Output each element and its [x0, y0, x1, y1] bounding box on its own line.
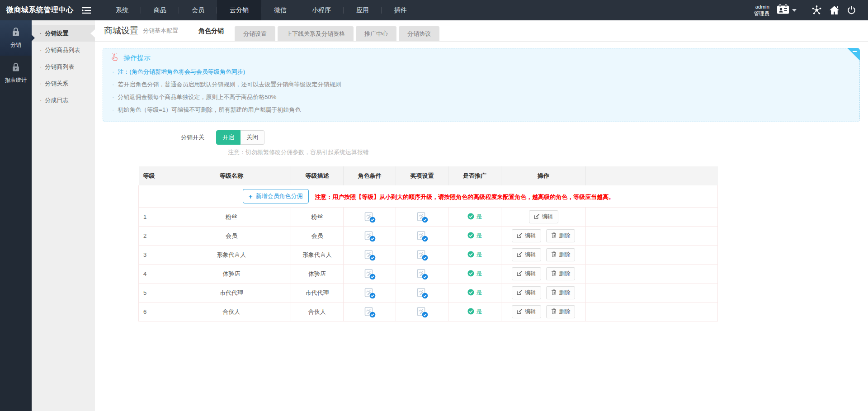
award-setting-configured-icon[interactable]: [416, 249, 428, 261]
role-condition-configured-icon[interactable]: [364, 249, 376, 261]
nav-item-system[interactable]: 系统: [103, 0, 141, 20]
app-logo: 微商城系统管理中心: [0, 0, 103, 20]
sidebar-item-distribution-settings[interactable]: 分销设置: [32, 25, 95, 42]
plus-icon: +: [249, 193, 253, 200]
chevron-down-icon: [792, 9, 797, 12]
tip-line: 分销返佣金额每个商品单独设定，原则上不高于商品价格50%: [110, 91, 840, 104]
delete-button[interactable]: 删除: [546, 248, 575, 261]
promote-cell: 是: [448, 208, 501, 227]
level-name-cell: 合伙人: [172, 302, 291, 321]
ops-cell: 编辑 删除: [501, 246, 586, 265]
delete-button[interactable]: 删除: [546, 286, 575, 299]
edit-button[interactable]: 编辑: [512, 229, 541, 242]
tab-promotion-center[interactable]: 推广中心: [356, 26, 396, 41]
nav-item-wechat[interactable]: 微信: [261, 0, 299, 20]
award-setting-configured-icon[interactable]: [416, 268, 428, 280]
network-share-icon[interactable]: [811, 5, 822, 15]
sidebar-item-distributor-list[interactable]: 分销商列表: [32, 58, 95, 75]
delete-button[interactable]: 删除: [546, 229, 575, 242]
tab-updown-relations[interactable]: 上下线关系及分销资格: [278, 26, 354, 41]
delete-button[interactable]: 删除: [546, 305, 575, 318]
level-desc-cell: 会员: [291, 227, 344, 246]
promote-cell: 是: [448, 246, 501, 265]
ops-cell: 编辑 删除: [501, 265, 586, 283]
edit-button[interactable]: 编辑: [512, 248, 541, 261]
trash-icon: [551, 251, 557, 259]
rail-item-report-stats[interactable]: 报表统计: [0, 56, 32, 91]
col-operations: 操作: [501, 166, 586, 185]
nav-item-miniprogram[interactable]: 小程序: [299, 0, 344, 20]
rail-item-label: 分销: [10, 41, 21, 49]
minus-icon: [853, 51, 857, 52]
content-header: 商城设置 分销基本配置 角色分销 分销设置 上下线关系及分销资格 推广中心 分销…: [95, 20, 868, 42]
promote-cell: 是: [448, 227, 501, 246]
power-icon[interactable]: [847, 5, 856, 15]
tab-role-distribution[interactable]: 角色分销: [190, 20, 232, 41]
award-setting-configured-icon[interactable]: [416, 306, 428, 318]
add-role-button[interactable]: + 新增会员角色分佣: [243, 189, 309, 203]
level-desc-cell: 体验店: [291, 265, 344, 283]
rail-item-label: 报表统计: [5, 76, 27, 84]
pencil-icon: [517, 232, 523, 240]
nav-item-goods[interactable]: 商品: [141, 0, 179, 20]
ops-cell: 编辑 删除: [501, 283, 586, 302]
main-content: 商城设置 分销基本配置 角色分销 分销设置 上下线关系及分销资格 推广中心 分销…: [95, 20, 868, 411]
pencil-icon: [517, 270, 523, 278]
nav-item-apps[interactable]: 应用: [344, 0, 382, 20]
level-cell: 2: [139, 227, 172, 246]
trash-icon: [551, 289, 557, 297]
level-order-notice: 注意：用户按照【等级】从小到大的顺序升级，请按照角色的高级程度来配置角色，越高级…: [315, 194, 614, 200]
level-cell: 5: [139, 283, 172, 302]
delete-button[interactable]: 删除: [546, 267, 575, 280]
home-icon[interactable]: [829, 5, 840, 15]
topbar: 微商城系统管理中心 系统 商品 会员 云分销 微信 小程序 应用 插件 admi…: [0, 0, 868, 20]
switch-on-button[interactable]: 开启: [216, 130, 241, 145]
main-nav: 系统 商品 会员 云分销 微信 小程序 应用 插件: [103, 0, 420, 20]
tips-collapse-button[interactable]: [847, 48, 860, 61]
award-setting-configured-icon[interactable]: [416, 287, 428, 299]
tab-distribution-settings[interactable]: 分销设置: [235, 26, 275, 41]
rail-item-distribution[interactable]: 分销: [0, 20, 32, 56]
tips-title: 操作提示: [123, 54, 151, 62]
table-row: 3 形象代言人 形象代言人 是: [139, 246, 718, 265]
switch-off-button[interactable]: 关闭: [241, 130, 264, 145]
award-setting-configured-icon[interactable]: [416, 211, 428, 223]
edit-button[interactable]: 编辑: [512, 286, 541, 299]
level-name-cell: 体验店: [172, 265, 291, 283]
trash-icon: [551, 232, 557, 240]
role-condition-configured-icon[interactable]: [364, 230, 376, 242]
level-desc-cell: 合伙人: [291, 302, 344, 321]
promote-cell: 是: [448, 302, 501, 321]
nav-item-distribution[interactable]: 云分销: [217, 0, 261, 20]
level-cell: 4: [139, 265, 172, 283]
role-condition-cell: [344, 227, 396, 246]
ops-cell: 编辑 删除: [501, 302, 586, 321]
award-setting-configured-icon[interactable]: [416, 230, 428, 242]
edit-button[interactable]: 编辑: [512, 267, 541, 280]
role-condition-cell: [344, 265, 396, 283]
edit-button[interactable]: 编辑: [512, 305, 541, 318]
sidebar-item-distribution-goods[interactable]: 分销商品列表: [32, 42, 95, 58]
trash-icon: [551, 270, 557, 278]
module-rail: 分销 报表统计: [0, 20, 32, 411]
table-row: 5 市代代理 市代代理 是: [139, 283, 718, 302]
role-condition-configured-icon[interactable]: [364, 306, 376, 318]
nav-item-members[interactable]: 会员: [179, 0, 217, 20]
role-condition-configured-icon[interactable]: [364, 211, 376, 223]
sidebar-collapse-icon[interactable]: [82, 7, 91, 14]
tab-distribution-agreement[interactable]: 分销协议: [399, 26, 439, 41]
col-level-desc: 等级描述: [291, 166, 344, 185]
nav-item-plugins[interactable]: 插件: [382, 0, 420, 20]
tips-panel: 操作提示 注：(角色分销新增角色将会与会员等级角色同步) 若开启角色分销，普通会…: [103, 48, 860, 122]
edit-button[interactable]: 编辑: [529, 210, 558, 223]
empty-cell: [586, 208, 718, 227]
empty-cell: [586, 302, 718, 321]
lock-icon: [11, 62, 21, 73]
distribution-switch-row: 分销开关 开启 关闭: [95, 130, 868, 145]
profile-menu[interactable]: [777, 4, 797, 16]
role-condition-configured-icon[interactable]: [364, 287, 376, 299]
sidebar-item-distribution-relations[interactable]: 分销关系: [32, 75, 95, 92]
pencil-icon: [517, 289, 523, 297]
sidebar-item-commission-log[interactable]: 分成日志: [32, 92, 95, 109]
role-condition-configured-icon[interactable]: [364, 268, 376, 280]
